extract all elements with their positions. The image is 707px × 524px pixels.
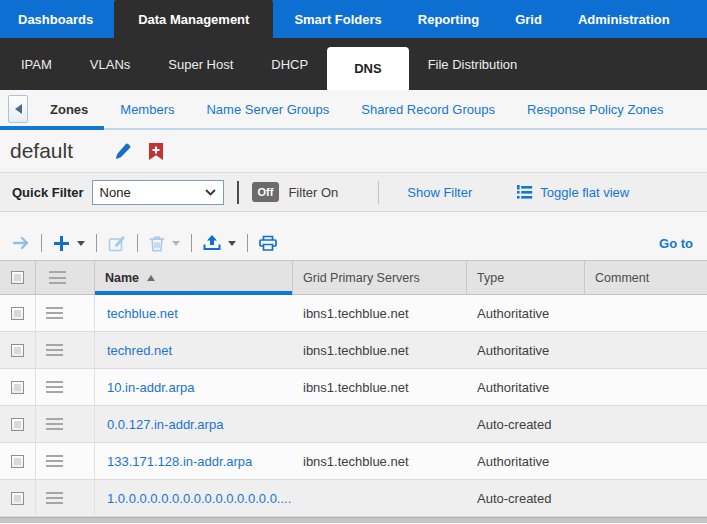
edit-pencil-icon[interactable] [113,142,132,161]
subtab-response-policy-zones[interactable]: Response Policy Zones [511,90,680,128]
bookmark-add-icon[interactable] [149,143,163,160]
nav-administration[interactable]: Administration [563,0,685,38]
cell-type: Auto-created [477,417,551,432]
trash-icon [149,235,165,252]
page-title: default [10,139,73,163]
view-header: default [0,130,707,172]
quick-filter-selected-value: None [100,185,131,200]
column-label: Grid Primary Servers [303,271,420,285]
tab-ipam[interactable]: IPAM [2,38,71,90]
cell-type: Authoritative [477,343,549,358]
row-checkbox[interactable] [11,344,24,357]
column-menu-icon[interactable] [49,270,66,286]
table-row: 1.0.0.0.0.0.0.0.0.0.0.0.0.0.0.0.... Auto… [0,480,707,517]
nav-reporting[interactable]: Reporting [403,0,494,38]
cell-grid-primary: ibns1.techblue.net [303,380,409,395]
row-actions-icon[interactable] [46,453,63,469]
add-button[interactable] [51,235,87,252]
print-button[interactable] [257,235,279,251]
column-header-grid-primary-servers[interactable]: Grid Primary Servers [293,261,467,294]
export-icon [203,235,221,251]
row-actions-icon[interactable] [46,342,63,358]
flat-view-icon [516,185,533,200]
cell-grid-primary: ibns1.techblue.net [303,454,409,469]
table-row: 133.171.128.in-addr.arpa ibns1.techblue.… [0,443,707,480]
edit-icon [108,235,126,252]
tab-dns[interactable]: DNS [327,47,408,90]
tab-super-host[interactable]: Super Host [149,38,252,90]
zone-link[interactable]: 10.in-addr.arpa [107,380,194,395]
zone-link[interactable]: 133.171.128.in-addr.arpa [107,454,252,469]
open-arrow-icon[interactable] [10,236,32,250]
filter-on-label: Filter On [288,185,338,200]
zone-link[interactable]: 0.0.127.in-addr.arpa [107,417,223,432]
zones-table: Name Grid Primary Servers Type Comment t… [0,260,707,523]
column-config-cell [36,261,95,294]
toggle-flat-view-link[interactable]: Toggle flat view [516,185,629,200]
row-checkbox[interactable] [11,492,24,505]
row-checkbox[interactable] [11,381,24,394]
action-toolbar: Go to [0,226,707,260]
row-checkbox[interactable] [11,307,24,320]
nav-data-management[interactable]: Data Management [114,0,273,38]
divider [137,234,138,252]
column-label: Comment [595,271,649,285]
column-header-type[interactable]: Type [467,261,585,294]
nav-dashboards[interactable]: Dashboards [3,0,108,38]
chevron-down-icon [205,189,216,196]
show-filter-link[interactable]: Show Filter [407,185,472,200]
column-header-comment[interactable]: Comment [585,261,707,294]
top-navigation: Dashboards Data Management Smart Folders… [0,0,707,38]
cell-type: Authoritative [477,380,549,395]
row-actions-icon[interactable] [46,379,63,395]
cell-grid-primary: ibns1.techblue.net [303,306,409,321]
divider [41,234,42,252]
goto-link[interactable]: Go to [659,236,697,251]
zone-link[interactable]: techblue.net [107,306,178,321]
subtab-members[interactable]: Members [104,90,190,128]
table-row: 10.in-addr.arpa ibns1.techblue.net Autho… [0,369,707,406]
scroll-strip[interactable] [0,517,707,523]
zone-link[interactable]: 1.0.0.0.0.0.0.0.0.0.0.0.0.0.0.0.... [107,491,291,506]
quick-filter-bar: Quick Filter None Off Filter On Show Fil… [0,172,707,212]
delete-button[interactable] [147,235,182,252]
quick-filter-label: Quick Filter [12,185,84,200]
row-checkbox[interactable] [11,418,24,431]
cell-type: Authoritative [477,306,549,321]
divider [378,181,379,204]
edit-button[interactable] [106,235,128,252]
tab-file-distribution[interactable]: File Distribution [409,38,537,90]
row-actions-icon[interactable] [46,490,63,506]
subtab-shared-record-groups[interactable]: Shared Record Groups [345,90,511,128]
select-all-checkbox[interactable] [11,271,24,284]
zone-link[interactable]: techred.net [107,343,172,358]
chevron-left-icon [15,104,22,114]
table-row: techblue.net ibns1.techblue.net Authorit… [0,295,707,332]
column-label: Name [105,271,139,285]
quick-filter-select[interactable]: None [92,180,224,205]
row-actions-icon[interactable] [46,416,63,432]
print-icon [259,235,277,251]
divider [96,234,97,252]
row-checkbox[interactable] [11,455,24,468]
column-header-name[interactable]: Name [95,261,293,294]
caret-down-icon [172,241,180,246]
subtab-zones[interactable]: Zones [34,90,104,128]
subtab-scroll-left-button[interactable] [8,95,28,123]
tab-vlans[interactable]: VLANs [71,38,149,90]
table-row: techred.net ibns1.techblue.net Authorita… [0,332,707,369]
table-header-row: Name Grid Primary Servers Type Comment [0,261,707,295]
nav-smart-folders[interactable]: Smart Folders [279,0,396,38]
nav-grid[interactable]: Grid [500,0,557,38]
dns-subtabs: Zones Members Name Server Groups Shared … [0,90,707,130]
tab-dhcp[interactable]: DHCP [252,38,327,90]
add-icon [53,235,70,252]
caret-down-icon [228,241,236,246]
cell-type: Auto-created [477,491,551,506]
export-button[interactable] [201,235,238,251]
filter-on-toggle[interactable]: Off [252,182,280,202]
divider [191,234,192,252]
caret-down-icon [77,241,85,246]
subtab-name-server-groups[interactable]: Name Server Groups [190,90,345,128]
row-actions-icon[interactable] [46,305,63,321]
